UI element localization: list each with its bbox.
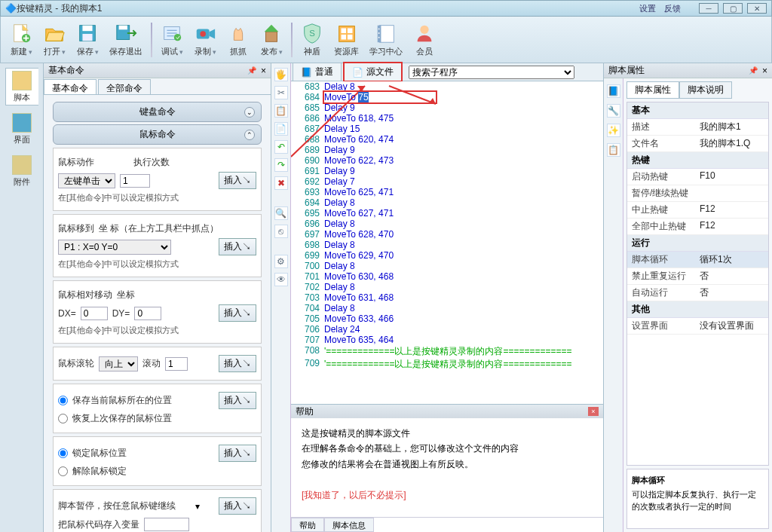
rside-3[interactable]: ✨ [607, 124, 620, 137]
mouse-action-select[interactable]: 左键单击 [58, 173, 115, 188]
record-button[interactable]: 录制 [189, 20, 221, 59]
save-exit-button[interactable]: 保存退出 [105, 20, 147, 59]
helptab-info[interactable]: 脚本信息 [324, 518, 374, 532]
member-button[interactable]: 会员 [409, 20, 440, 59]
open-button[interactable]: 打开 [38, 20, 70, 59]
svg-point-22 [378, 37, 380, 38]
svg-text:S: S [309, 29, 315, 38]
subtab-basic[interactable]: 基本命令 [44, 79, 96, 94]
svg-point-8 [174, 34, 181, 41]
dx-input[interactable] [81, 307, 108, 320]
wheel-dir-select[interactable]: 向上 [99, 356, 138, 371]
svg-rect-3 [82, 26, 92, 32]
savepos-radio[interactable] [58, 396, 68, 405]
vtool-cut[interactable]: ✂ [274, 86, 288, 99]
vtool-del[interactable]: ✖ [274, 176, 288, 190]
feedback-link[interactable]: 反馈 [664, 4, 681, 13]
debug-button[interactable]: 调试 [156, 20, 188, 59]
wheel-n-input[interactable] [165, 357, 188, 371]
reslib-button[interactable]: 资源库 [329, 20, 363, 59]
cmdpanel-title: 基本命令 [48, 64, 84, 77]
vtool-undo[interactable]: ↶ [274, 140, 288, 154]
coord-select[interactable]: P1 : X=0 Y=0 [58, 240, 171, 255]
insert-button-6[interactable]: 插入↘ [219, 445, 256, 462]
pin-icon[interactable]: 📌 [247, 66, 256, 75]
tab-script[interactable]: 脚本 [5, 68, 38, 105]
close-button[interactable]: ✕ [747, 3, 767, 14]
publish-button[interactable]: 发布 [256, 20, 287, 59]
group-keyboard[interactable]: 键盘命令⌄ [53, 102, 262, 122]
doc-icon: 📄 [352, 67, 363, 78]
svg-point-23 [420, 26, 428, 34]
search-sub-select[interactable]: 搜索子程序 [409, 66, 574, 79]
help-line3: 您修改的结果将会在普通视图上有所反映。 [302, 457, 593, 472]
shield-button[interactable]: S神盾 [296, 20, 328, 59]
vtool-opts[interactable]: ⚙ [274, 255, 288, 268]
restorepos-radio[interactable] [58, 414, 68, 423]
save-button[interactable]: 保存 [72, 20, 103, 59]
code-editor[interactable]: 683Delay 8684MoveTo 75685Delay 9686MoveT… [291, 81, 603, 404]
help-title: 帮助 [296, 405, 314, 418]
vtool-paste[interactable]: 📄 [274, 122, 288, 136]
help-line2: 在理解各条命令的基础上，您可以修改这个文件的内容 [302, 441, 593, 456]
dy-input[interactable] [134, 307, 161, 320]
svg-point-21 [378, 32, 380, 34]
svg-rect-19 [378, 26, 381, 43]
vtool-find[interactable]: 🔍 [274, 206, 288, 220]
helptab-help[interactable]: 帮助 [291, 518, 324, 532]
panel-close-icon[interactable]: × [762, 66, 767, 76]
tab-ui[interactable]: 界面 [5, 110, 38, 148]
rside-4[interactable]: 📋 [607, 143, 620, 157]
svg-point-20 [378, 28, 380, 29]
minimize-button[interactable]: ─ [699, 3, 718, 14]
rside-1[interactable]: 📘 [607, 84, 620, 98]
insert-button-2[interactable]: 插入↘ [219, 238, 256, 255]
insert-button-4[interactable]: 插入↘ [219, 355, 256, 372]
svg-rect-15 [347, 28, 352, 33]
var-input[interactable] [144, 518, 189, 531]
panel-close-icon[interactable]: × [261, 66, 266, 76]
vtool-eye[interactable]: 👁 [274, 273, 288, 286]
proptab-desc[interactable]: 脚本说明 [679, 81, 732, 99]
property-grid[interactable]: 基本 描述我的脚本1 文件名我的脚本1.Q 热键 启动热键F10 暂停/继续热键… [626, 102, 769, 466]
tab-source-view[interactable]: 📄源文件 [343, 62, 403, 82]
insert-button-1[interactable]: 插入↘ [219, 172, 256, 189]
vtool-1[interactable]: 🖐 [274, 68, 288, 81]
insert-button-3[interactable]: 插入↘ [219, 304, 256, 322]
svg-rect-11 [266, 32, 277, 41]
lockpos-radio[interactable] [58, 448, 68, 458]
svg-point-10 [200, 31, 206, 37]
grab-button[interactable]: 抓抓 [222, 20, 254, 59]
maximize-button[interactable]: ▢ [723, 3, 743, 14]
collapse-icon[interactable]: ⌃ [244, 130, 255, 140]
exec-count-input[interactable] [120, 174, 150, 188]
settings-link[interactable]: 设置 [639, 4, 656, 13]
svg-rect-4 [82, 34, 92, 41]
expand-icon[interactable]: ⌄ [244, 107, 255, 118]
svg-rect-14 [341, 28, 346, 33]
proptab-props[interactable]: 脚本属性 [626, 81, 679, 99]
unlock-radio[interactable] [58, 466, 68, 476]
svg-rect-17 [347, 35, 352, 40]
prop-help: 脚本循环 可以指定脚本反复执行、执行一定的次数或者执行一定的时间 [626, 469, 769, 529]
help-dismiss-link[interactable]: [我知道了，以后不必提示] [302, 490, 406, 500]
rside-2[interactable]: 🔧 [607, 104, 620, 118]
learn-button[interactable]: 学习中心 [365, 20, 407, 59]
insert-button-7[interactable]: 插入↘ [219, 497, 256, 515]
help-line1: 这是按键精灵的脚本源文件 [302, 426, 593, 441]
svg-rect-16 [341, 35, 346, 40]
help-close-icon[interactable]: × [588, 407, 599, 416]
new-button[interactable]: 新建 [5, 20, 37, 59]
insert-button-5[interactable]: 插入↘ [219, 392, 256, 409]
tab-attach[interactable]: 附件 [5, 152, 38, 190]
subtab-all[interactable]: 全部命令 [98, 79, 151, 94]
tab-normal-view[interactable]: 📘普通 [293, 63, 342, 81]
pin-icon[interactable]: 📌 [749, 66, 758, 75]
svg-rect-6 [119, 26, 127, 30]
app-icon: 🔷 [5, 3, 17, 14]
props-title: 脚本属性 [608, 64, 645, 77]
vtool-redo[interactable]: ↷ [274, 158, 288, 172]
vtool-goto[interactable]: ⎋ [274, 225, 288, 238]
group-mouse[interactable]: 鼠标命令⌃ [53, 124, 262, 145]
vtool-copy[interactable]: 📋 [274, 104, 288, 118]
